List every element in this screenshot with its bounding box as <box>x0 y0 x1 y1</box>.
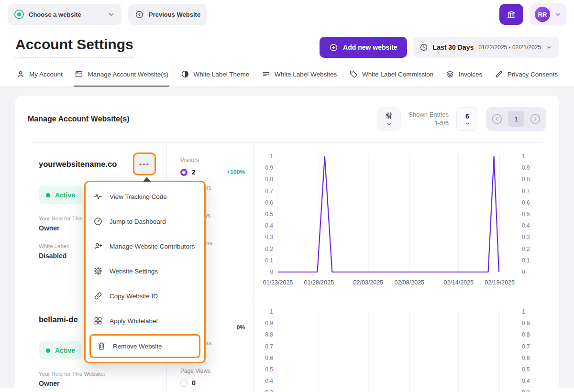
menu-item-view-tracking-code[interactable]: View Tracking Code <box>86 184 204 209</box>
menu-item-copy-website-id[interactable]: Copy Website ID <box>86 283 204 308</box>
svg-text:0.8: 0.8 <box>522 176 530 183</box>
svg-text:02/08/2025: 02/08/2025 <box>394 279 424 286</box>
menu-item-manage-contributors[interactable]: Manage Website Contributors <box>86 234 204 259</box>
status-badge: Active <box>39 186 82 204</box>
website-selector-label: Choose a website <box>29 11 81 18</box>
svg-text:0.8: 0.8 <box>522 331 530 338</box>
tab-label: Invoices <box>459 71 483 78</box>
filter-button[interactable] <box>377 107 401 131</box>
stat-label: Visitors <box>180 157 199 163</box>
svg-text:0: 0 <box>522 269 525 275</box>
tab-white-label-commission[interactable]: White Label Commission <box>348 65 434 87</box>
menu-item-label: Copy Website ID <box>110 293 158 300</box>
menu-item-website-settings[interactable]: Website Settings <box>86 259 204 283</box>
contrast-icon <box>181 70 189 78</box>
visitors-chart: 01/23/202501/28/202502/03/202502/08/2025… <box>254 149 547 288</box>
status-badge: Active <box>39 341 82 359</box>
tab-invoices[interactable]: Invoices <box>445 65 484 87</box>
previous-website-label: Previous Website <box>149 11 200 18</box>
status-dot-icon <box>46 193 50 197</box>
avatar: RR <box>535 7 550 22</box>
status-label: Active <box>55 191 75 199</box>
svg-text:0.9: 0.9 <box>265 164 273 171</box>
chevron-down-icon <box>554 11 562 18</box>
ellipsis-icon: ••• <box>139 160 150 168</box>
website-chart-area: 01/23/202501/28/202502/03/202502/08/2025… <box>254 298 547 392</box>
clock-icon <box>419 43 428 52</box>
menu-item-jump-to-dashboard[interactable]: Jump to Dashboard <box>86 209 204 234</box>
stat-value: 0 <box>192 379 196 387</box>
arrow-right-circle-icon <box>529 113 541 125</box>
previous-icon <box>135 10 144 19</box>
page-size-select[interactable]: 6 <box>456 107 478 131</box>
content: Manage Account Website(s) Shown Entries … <box>0 87 574 388</box>
chevron-down-icon <box>465 121 470 126</box>
website-selector[interactable]: Choose a website <box>8 4 121 25</box>
browser-icon <box>75 70 83 78</box>
current-page[interactable]: 1 <box>508 111 524 127</box>
menu-item-label: Website Settings <box>110 268 158 275</box>
topbar-right: RR <box>499 3 566 25</box>
svg-text:0.5: 0.5 <box>522 211 530 218</box>
sliders-icon <box>385 111 393 120</box>
next-page-button[interactable] <box>529 113 541 125</box>
previous-website-button[interactable]: Previous Website <box>128 4 207 25</box>
metric-radio[interactable] <box>180 380 188 387</box>
layers-icon <box>446 70 454 78</box>
svg-text:01/23/2025: 01/23/2025 <box>263 279 293 286</box>
svg-text:0.3: 0.3 <box>265 389 273 392</box>
menu-item-label: Manage Website Contributors <box>110 243 195 250</box>
menu-item-label: Remove Website <box>113 343 162 350</box>
stat-label: Page Views <box>180 368 210 374</box>
topbar: Choose a website Previous Website RR <box>0 0 574 29</box>
tab-white-label-websites[interactable]: White Label Websites <box>261 65 338 87</box>
tab-label: White Label Theme <box>194 71 250 78</box>
svg-text:1: 1 <box>270 153 273 160</box>
settings-tabs: My Account Manage Account Website(s) Whi… <box>0 61 574 87</box>
add-website-button[interactable]: Add new website <box>320 37 407 58</box>
svg-text:01/28/2025: 01/28/2025 <box>304 279 334 286</box>
svg-text:0.4: 0.4 <box>522 222 530 229</box>
shown-entries-value: 1-5/5 <box>434 119 449 128</box>
row-actions-menu: View Tracking Code Jump to Dashboard Man… <box>84 181 206 363</box>
tab-manage-websites[interactable]: Manage Account Website(s) <box>74 65 169 87</box>
row-actions-button[interactable]: ••• <box>133 152 156 175</box>
menu-item-apply-whitelabel[interactable]: Apply Whitelabel <box>86 308 204 333</box>
website-list: yourwebsitename.co ••• Active Your Role … <box>28 142 546 392</box>
date-range-value: 01/22/2025 - 02/21/2025 <box>478 44 541 51</box>
stat-change: +100% <box>227 169 245 175</box>
tab-white-label-theme[interactable]: White Label Theme <box>180 65 251 87</box>
trash-icon <box>97 341 106 351</box>
tab-privacy-consents[interactable]: Privacy Consents <box>494 65 559 87</box>
svg-text:0.9: 0.9 <box>265 320 273 327</box>
menu-item-label: Apply Whitelabel <box>110 317 158 325</box>
stat-visitors: Visitors 2 +100% <box>167 155 254 177</box>
tab-label: Manage Account Website(s) <box>88 71 168 78</box>
stat-change: 0% <box>237 324 245 331</box>
svg-text:0.2: 0.2 <box>265 246 273 252</box>
organization-button[interactable] <box>499 4 523 25</box>
svg-text:0.1: 0.1 <box>265 257 273 264</box>
svg-text:1: 1 <box>522 153 525 160</box>
svg-text:0.6: 0.6 <box>265 355 273 361</box>
svg-text:0.9: 0.9 <box>522 320 530 327</box>
card-controls: Shown Entries 1-5/5 6 1 <box>377 107 546 131</box>
menu-item-remove-website[interactable]: Remove Website <box>91 336 199 357</box>
tab-my-account[interactable]: My Account <box>15 65 64 87</box>
date-range-picker[interactable]: Last 30 Days 01/22/2025 - 02/21/2025 <box>413 37 559 58</box>
account-menu-button[interactable]: RR <box>530 3 566 25</box>
stat-page-views: Page Views 0 <box>167 366 254 388</box>
svg-text:0: 0 <box>270 269 273 275</box>
website-name: bellami-de <box>39 315 78 324</box>
tag-icon <box>349 70 358 78</box>
stat-value: 2 <box>192 168 196 176</box>
chevron-down-icon <box>386 121 392 127</box>
date-range-label: Last 30 Days <box>433 44 474 51</box>
svg-text:0.4: 0.4 <box>522 378 530 384</box>
prev-page-button[interactable] <box>491 113 503 125</box>
svg-text:0.3: 0.3 <box>265 234 273 240</box>
grid-icon <box>93 316 103 326</box>
svg-text:0.7: 0.7 <box>265 188 273 195</box>
metric-radio[interactable] <box>180 169 188 176</box>
svg-text:0.6: 0.6 <box>522 199 530 206</box>
